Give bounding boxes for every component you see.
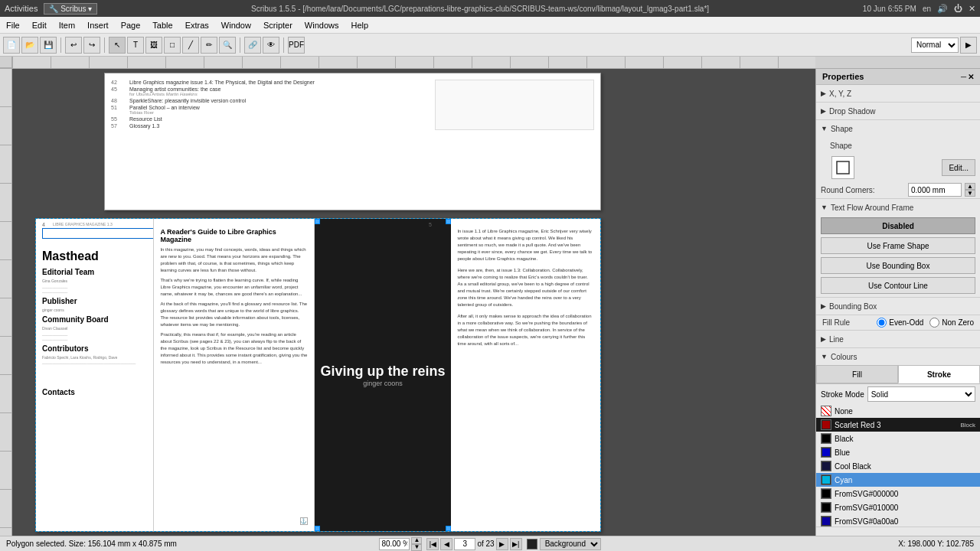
page-num-left: 4 (42, 222, 45, 227)
page-prev-btn[interactable]: ◀ (440, 538, 452, 550)
bezier-btn[interactable]: ✏ (201, 37, 217, 54)
new-btn[interactable]: 📄 (3, 37, 20, 54)
menu-edit[interactable]: Edit (26, 19, 53, 31)
color-fromsvg-000000[interactable]: FromSVG#000000 (816, 487, 980, 500)
page-right-col: 5 In issue 1.1 of Libre Graphics magazin… (451, 219, 600, 531)
line-row[interactable]: ▶ Line (816, 331, 980, 347)
menu-item[interactable]: Item (53, 19, 81, 31)
zoom-btn[interactable]: 🔍 (219, 37, 236, 54)
color-swatch-container-scarlet (821, 419, 831, 430)
color-name-fromsvg1: FromSVG#000000 (835, 490, 898, 498)
reader-guide-title: A Reader's Guide to Libre Graphics Magaz… (160, 228, 307, 243)
canvas[interactable]: 42 Libre Graphics magazine issue 1.4: Th… (12, 69, 815, 536)
pdf-btn[interactable]: PDF (288, 37, 305, 54)
publisher-label: Publisher (42, 297, 147, 305)
color-blue[interactable]: Blue (816, 445, 980, 459)
round-corners-down[interactable]: ▼ (965, 190, 975, 197)
shape-edit-row: Edit... (816, 154, 980, 181)
text-flow-bounding-box-row: Use Bounding Box (816, 256, 980, 276)
colours-header-row[interactable]: ▼ Colours (816, 348, 980, 365)
menu-extras[interactable]: Extras (179, 19, 215, 31)
text-flow-disabled-btn[interactable]: Disabled (821, 217, 975, 234)
zoom-control[interactable]: ▲ ▼ (379, 537, 422, 551)
shape-btn[interactable]: □ (164, 37, 181, 54)
text-flow-bounding-box-btn[interactable]: Use Bounding Box (821, 257, 975, 274)
open-btn[interactable]: 📂 (21, 37, 38, 54)
zoom-down[interactable]: ▼ (411, 544, 422, 551)
statusbar-right: X: 198.000 Y: 102.785 (613, 540, 974, 548)
color-fromsvg-0a00a0[interactable]: FromSVG#0a00a0 (816, 514, 980, 527)
save-btn[interactable]: 💾 (40, 37, 57, 54)
background-color-swatch (527, 539, 537, 549)
image-btn[interactable]: 🖼 (145, 37, 162, 54)
fill-rule-even-odd-radio[interactable] (877, 318, 887, 328)
round-corners-up[interactable]: ▲ (965, 183, 975, 190)
link-btn[interactable]: 🔗 (244, 37, 261, 54)
editorial-team-label: Editorial Team (42, 268, 147, 276)
color-black[interactable]: Black (816, 432, 980, 445)
color-none[interactable]: None (816, 404, 980, 418)
properties-header: Properties ─ ✕ (816, 69, 980, 85)
color-swatch-container-cool-black (821, 461, 831, 471)
color-swatch-none (821, 406, 831, 416)
article-body-4: Practically, this means that if, for exa… (160, 331, 307, 366)
menu-page[interactable]: Page (115, 19, 147, 31)
view-mode-select[interactable]: Normal Preview (911, 37, 959, 53)
preview-btn[interactable]: ▶ (960, 37, 977, 54)
menu-insert[interactable]: Insert (81, 19, 115, 31)
round-corners-input[interactable] (908, 183, 962, 197)
color-swatch-scarlet (822, 421, 830, 429)
eye-btn[interactable]: 👁 (263, 37, 279, 54)
menu-windows[interactable]: Windows (299, 19, 345, 31)
page-current-input[interactable] (454, 538, 475, 550)
menu-file[interactable]: File (0, 19, 26, 31)
sound-icon: 🔊 (937, 4, 948, 14)
color-cyan[interactable]: Cyan (816, 473, 980, 487)
drop-shadow-row[interactable]: ▶ Drop Shadow (816, 103, 980, 119)
color-name-none: None (835, 407, 853, 416)
redo-btn[interactable]: ↪ (83, 37, 100, 54)
undo-btn[interactable]: ↩ (65, 37, 82, 54)
fill-rule-non-zero[interactable]: Non Zero (929, 318, 974, 328)
color-cool-black[interactable]: Cool Black (816, 459, 980, 473)
menu-table[interactable]: Table (146, 19, 178, 31)
fill-rule-even-odd[interactable]: Even-Odd (877, 318, 923, 328)
properties-close[interactable]: ✕ (968, 73, 974, 81)
properties-minimize[interactable]: ─ (961, 73, 966, 81)
text-flow-frame-shape-btn[interactable]: Use Frame Shape (821, 237, 975, 254)
stroke-tab[interactable]: Stroke (898, 365, 980, 383)
menu-scripter[interactable]: Scripter (257, 19, 299, 31)
background-select[interactable]: Background (540, 538, 601, 550)
xyz-row[interactable]: ▶ X, Y, Z (816, 85, 980, 102)
page-last-btn[interactable]: ▶| (510, 538, 522, 550)
zoom-input[interactable] (379, 538, 410, 550)
toolbar-separator-4 (283, 37, 284, 53)
ruler-vertical (0, 69, 12, 536)
color-fromsvg-010000[interactable]: FromSVG#010000 (816, 500, 980, 514)
line-btn[interactable]: ╱ (182, 37, 199, 54)
colours-section: ▼ Colours Fill Stroke Stroke Mode Solid … (816, 348, 980, 527)
stroke-mode-select[interactable]: Solid None Dashed (867, 386, 975, 402)
page-first-btn[interactable]: |◀ (426, 538, 439, 550)
page-next-btn[interactable]: ▶ (496, 538, 508, 550)
selection-handle-tr (446, 219, 451, 224)
shape-edit-button[interactable]: Edit... (942, 159, 975, 176)
fill-rule-non-zero-radio[interactable] (929, 318, 939, 328)
bounding-box-row[interactable]: ▶ Bounding Box (816, 298, 980, 315)
text-flow-contour-btn[interactable]: Use Contour Line (821, 277, 975, 294)
menu-window[interactable]: Window (215, 19, 257, 31)
bounding-box-section: ▶ Bounding Box (816, 298, 980, 315)
shape-header-row[interactable]: ▼ Shape (816, 120, 980, 137)
publisher-name: ginger coons (42, 308, 147, 313)
color-scarlet-red-3[interactable]: Scarlet Red 3 Block (816, 418, 980, 432)
scribus-btn[interactable]: 🔧 Scribus ▾ (44, 3, 97, 15)
ruler-corner (0, 57, 12, 68)
text-flow-header-row[interactable]: ▼ Text Flow Around Frame (816, 199, 980, 216)
close-btn[interactable]: ✕ (969, 4, 975, 14)
fill-tab[interactable]: Fill (816, 365, 898, 383)
select-btn[interactable]: ↖ (109, 37, 126, 54)
text-btn[interactable]: T (127, 37, 144, 54)
community-board-names: Divan Claussel ____________ ____________ (42, 326, 147, 341)
menu-help[interactable]: Help (345, 19, 374, 31)
activities-label[interactable]: Activities (5, 4, 38, 13)
